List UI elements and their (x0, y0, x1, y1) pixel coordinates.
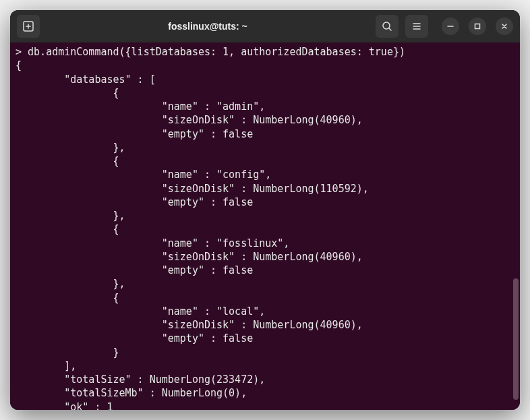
maximize-button[interactable] (469, 18, 486, 35)
minimize-button[interactable] (442, 18, 459, 35)
titlebar: fosslinux@tuts: ~ (10, 10, 520, 42)
command-text: db.adminCommand({listDatabases: 1, autho… (28, 46, 405, 58)
search-icon (382, 21, 392, 32)
menu-button[interactable] (405, 15, 428, 38)
minimize-icon (447, 23, 454, 30)
output-text: { "databases" : [ { "name" : "admin", "s… (16, 59, 369, 410)
svg-rect-2 (475, 24, 480, 29)
maximize-icon (474, 23, 481, 30)
prompt-line: > db.adminCommand({listDatabases: 1, aut… (16, 46, 405, 58)
close-button[interactable] (496, 18, 513, 35)
new-tab-button[interactable] (17, 15, 40, 38)
window-controls (442, 18, 513, 35)
titlebar-right (376, 15, 513, 38)
prompt-char: > (16, 46, 22, 58)
window-title: fosslinux@tuts: ~ (45, 21, 370, 32)
close-icon (501, 23, 508, 30)
new-tab-icon (23, 21, 34, 32)
terminal-window: fosslinux@tuts: ~ (10, 10, 520, 410)
titlebar-left (17, 15, 40, 38)
scrollbar[interactable] (513, 278, 519, 400)
hamburger-icon (411, 21, 422, 32)
terminal-content[interactable]: > db.adminCommand({listDatabases: 1, aut… (10, 42, 520, 410)
search-button[interactable] (376, 15, 399, 38)
